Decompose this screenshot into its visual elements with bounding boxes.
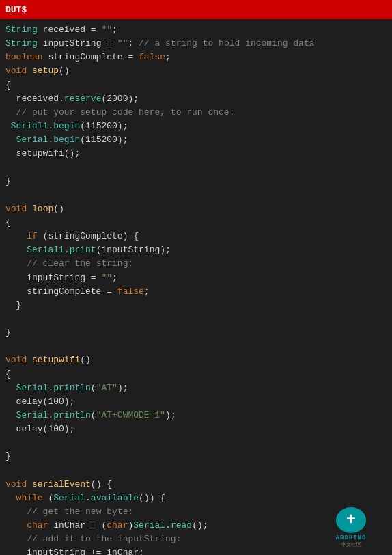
code-line: setupwifi();: [0, 147, 392, 161]
code-line: Serial.println("AT");: [0, 381, 392, 395]
code-line: void loop(): [0, 202, 392, 216]
code-line: boolean stringComplete = false;: [0, 51, 392, 64]
logo-title: ARDUINO: [336, 534, 367, 541]
code-line: }: [0, 175, 392, 189]
code-line: received.reserve(2000);: [0, 92, 392, 106]
logo-circle: +: [336, 507, 366, 533]
code-line: }: [0, 450, 392, 463]
code-line: // clear the string:: [0, 257, 392, 271]
code-line: {: [0, 79, 392, 92]
code-line: }: [0, 299, 392, 312]
code-line: Serial.println("AT+CWMODE=1");: [0, 409, 392, 422]
code-line: Serial1.begin(115200);: [0, 120, 392, 133]
code-line: String received = "";: [0, 23, 392, 37]
code-line: String inputString = ""; // a string to …: [0, 37, 392, 51]
code-line: [0, 436, 392, 450]
code-line: {: [0, 216, 392, 230]
code-line: [0, 189, 392, 202]
title-bar: DUT$: [0, 0, 392, 19]
code-line: inputString = "";: [0, 271, 392, 285]
title-label: DUT$: [5, 5, 27, 15]
code-line: [0, 312, 392, 326]
code-area[interactable]: String received = "";String inputString …: [0, 19, 392, 555]
code-line: void setupwifi(): [0, 353, 392, 367]
code-line: stringComplete = false;: [0, 285, 392, 299]
code-line: [0, 161, 392, 174]
code-line: }: [0, 326, 392, 340]
code-line: Serial1.print(inputString);: [0, 243, 392, 257]
code-line: if (stringComplete) {: [0, 230, 392, 243]
code-line: Serial.begin(115200);: [0, 133, 392, 147]
arduino-logo: + ARDUINO 中文社区: [317, 507, 385, 548]
logo-plus-icon: +: [346, 512, 356, 528]
code-line: [0, 340, 392, 353]
logo-subtitle: 中文社区: [341, 541, 361, 548]
code-line: void setup(): [0, 64, 392, 78]
code-line: delay(100);: [0, 395, 392, 409]
code-line: delay(100);: [0, 422, 392, 436]
code-line: void serialEvent() {: [0, 478, 392, 491]
code-line: {: [0, 368, 392, 381]
code-line: // put your setup code here, to run once…: [0, 106, 392, 120]
code-line: while (Serial.available()) {: [0, 491, 392, 505]
code-line: [0, 464, 392, 478]
